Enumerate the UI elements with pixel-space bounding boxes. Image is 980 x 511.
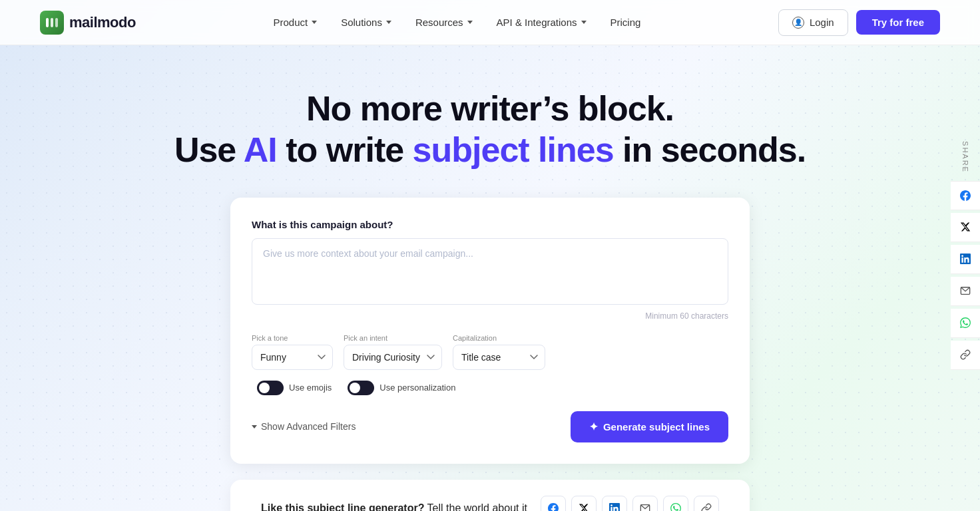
filters-row: Pick a tone Funny Formal Casual Urgent I…: [252, 334, 728, 395]
nav-pricing[interactable]: Pricing: [600, 11, 652, 33]
cap-label: Capitalization: [453, 334, 545, 342]
user-icon: 👤: [792, 17, 804, 29]
emoji-label: Use emojis: [289, 383, 332, 393]
share-icons: [541, 496, 719, 511]
tool-card: What is this campaign about? Minimum 60 …: [230, 198, 750, 464]
side-share-twitter[interactable]: [951, 213, 980, 242]
show-filters-button[interactable]: Show Advanced Filters: [252, 421, 356, 432]
login-button[interactable]: 👤 Login: [778, 9, 848, 36]
chevron-down-icon: [252, 425, 257, 428]
side-share-label: SHARE: [961, 141, 969, 173]
emoji-track: [257, 381, 284, 395]
try-for-free-button[interactable]: Try for free: [856, 10, 940, 35]
side-share-facebook[interactable]: [951, 181, 980, 210]
share-whatsapp-button[interactable]: [663, 496, 688, 511]
logo-icon: [40, 11, 64, 35]
side-share-linkedin[interactable]: [951, 245, 980, 274]
char-hint: Minimum 60 characters: [252, 311, 728, 321]
chevron-down-icon: [467, 21, 473, 24]
intent-filter-group: Pick an intent Driving Curiosity Urgency…: [344, 334, 442, 370]
actions-row: Show Advanced Filters ✦ Generate subject…: [252, 411, 728, 442]
cap-filter-group: Capitalization Title case Sentence case …: [453, 334, 545, 370]
navbar: mailmodo Product Solutions Resources API…: [0, 0, 980, 45]
nav-actions: 👤 Login Try for free: [778, 9, 940, 36]
campaign-question: What is this campaign about?: [252, 219, 728, 230]
emoji-toggle[interactable]: [257, 381, 284, 395]
hero-section: No more writer’s block. Use AI to write …: [0, 45, 980, 198]
svg-rect-0: [46, 18, 49, 27]
side-share-email[interactable]: [951, 277, 980, 306]
share-text: Like this subject line generator? Tell t…: [261, 502, 527, 511]
nav-solutions[interactable]: Solutions: [330, 11, 402, 33]
emoji-toggle-item: Use emojis: [257, 381, 332, 395]
nav-links: Product Solutions Resources API & Integr…: [262, 11, 651, 33]
side-share-whatsapp[interactable]: [951, 309, 980, 338]
nav-api[interactable]: API & Integrations: [486, 11, 597, 33]
share-linkedin-button[interactable]: [602, 496, 627, 511]
personalization-track: [348, 381, 374, 395]
tone-filter-group: Pick a tone Funny Formal Casual Urgent I…: [252, 334, 333, 370]
personalization-thumb: [350, 383, 360, 393]
intent-select[interactable]: Driving Curiosity Urgency FOMO Benefit-l…: [344, 345, 442, 370]
sparkle-icon: ✦: [589, 421, 598, 433]
personalization-toggle[interactable]: [348, 381, 374, 395]
share-email-button[interactable]: [632, 496, 658, 511]
emoji-thumb: [259, 383, 270, 393]
personalization-label: Use personalization: [379, 383, 455, 393]
chevron-down-icon: [386, 21, 391, 24]
generate-button[interactable]: ✦ Generate subject lines: [571, 411, 728, 442]
chevron-down-icon: [581, 21, 587, 24]
chevron-down-icon: [312, 21, 317, 24]
logo-text: mailmodo: [69, 14, 136, 31]
svg-rect-1: [51, 18, 53, 27]
share-facebook-button[interactable]: [541, 496, 566, 511]
share-twitter-button[interactable]: [571, 496, 597, 511]
intent-label: Pick an intent: [344, 334, 442, 342]
cap-select[interactable]: Title case Sentence case ALL CAPS lowerc…: [453, 345, 545, 370]
tone-label: Pick a tone: [252, 334, 333, 342]
personalization-toggle-item: Use personalization: [348, 381, 455, 395]
nav-resources[interactable]: Resources: [405, 11, 483, 33]
toggle-groups: Use emojis Use personalization: [257, 381, 455, 395]
side-share-link[interactable]: [951, 341, 980, 370]
tone-select[interactable]: Funny Formal Casual Urgent Inspirational: [252, 345, 333, 370]
campaign-textarea[interactable]: [252, 238, 728, 305]
logo-link[interactable]: mailmodo: [40, 11, 136, 35]
hero-headline: No more writer’s block. Use AI to write …: [13, 88, 967, 171]
nav-product[interactable]: Product: [262, 11, 328, 33]
side-share-panel: SHARE: [951, 141, 980, 370]
main-content: What is this campaign about? Minimum 60 …: [0, 198, 980, 511]
share-card: Like this subject line generator? Tell t…: [230, 480, 750, 511]
share-link-button[interactable]: [694, 496, 719, 511]
svg-rect-2: [55, 18, 58, 27]
